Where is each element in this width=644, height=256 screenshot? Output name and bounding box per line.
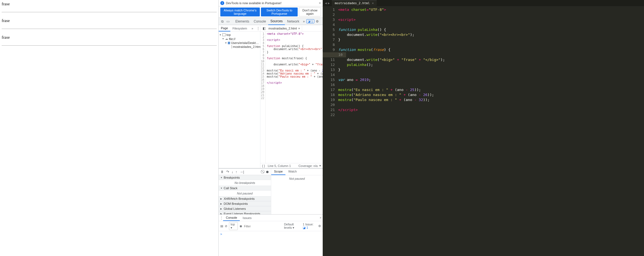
devtools-banner: i DevTools is now available in Portugues… <box>219 0 323 6</box>
editor-gutter: 1 2 3 4 5 6 7 8 9 10 11 12 13 14 15 16 1… <box>260 32 266 163</box>
section-dom[interactable]: ▶DOM Breakpoints <box>219 201 271 206</box>
pause-icon[interactable]: ⏸ <box>220 170 224 174</box>
section-xhr[interactable]: ▶XHR/fetch Breakpoints <box>219 196 271 201</box>
devtools-banner-buttons: Always match Chrome's language Switch De… <box>219 6 323 18</box>
navigator-tab-filesystem[interactable]: Filesystem <box>230 26 250 31</box>
device-toggle-icon[interactable]: ▭ <box>225 19 231 24</box>
tree-origin[interactable]: ▼file:// <box>219 37 260 41</box>
pause-on-exceptions-icon[interactable]: ⏺ <box>266 170 269 174</box>
info-icon: i <box>220 1 224 5</box>
editor-file-tab[interactable]: mostraidades_2.html× <box>267 26 302 31</box>
devtools-panel: i DevTools is now available in Portugues… <box>218 0 323 256</box>
console-eye-icon[interactable]: ◉ <box>240 224 242 228</box>
banner-message: DevTools is now available in Portuguese! <box>226 1 317 5</box>
tab-console[interactable]: Console <box>251 18 268 25</box>
pretty-print-icon[interactable]: { } <box>262 164 265 168</box>
issues-badge[interactable]: ◪ 1 <box>306 19 314 23</box>
step-into-icon[interactable]: ↓ <box>231 170 233 174</box>
close-icon[interactable]: × <box>372 1 374 5</box>
step-icon[interactable]: →| <box>240 170 244 174</box>
banner-close-icon[interactable]: × <box>319 1 321 5</box>
tree-top[interactable]: ▼top <box>219 33 260 37</box>
sources-body: Page Filesystem » ⋮ ▼top ▼file:// ▼Users… <box>219 25 323 256</box>
navigator-more-icon[interactable]: » <box>249 26 255 31</box>
console-sidebar-toggle-icon[interactable]: ▤ <box>220 224 223 228</box>
no-breakpoints-label: No breakpoints <box>219 180 271 186</box>
code-editor-tab[interactable]: mostraidades_2.html × <box>332 0 376 6</box>
nav-fwd-icon[interactable]: ▶ <box>328 1 330 5</box>
section-callstack[interactable]: ▼Call Stack <box>219 186 271 191</box>
console-filter-input[interactable] <box>244 225 282 228</box>
coverage-toggle-icon[interactable]: ▾ <box>319 164 321 168</box>
more-tabs-icon[interactable]: » <box>302 19 306 24</box>
devtools-tabbar: ⧉ ▭ Elements Console Sources Network » ◪… <box>219 18 323 25</box>
drawer-tab-issues[interactable]: Issues <box>240 215 254 221</box>
section-ev[interactable]: ▶Event Listener Breakpoints <box>219 211 271 214</box>
scope-not-paused: Not paused <box>271 175 323 214</box>
tree-folder[interactable]: ▼Users/erisla/Desktop/ORACLE <box>219 41 260 45</box>
close-tab-icon[interactable]: × <box>298 27 300 30</box>
cursor-position: Line 5, Column 1 <box>268 164 291 168</box>
editor-statusbar: { } Line 5, Column 1 Coverage: n/a ▾ <box>260 163 323 168</box>
inspect-icon[interactable]: ⧉ <box>220 19 225 24</box>
code-editor-window: ◀ ▶ mostraidades_2.html × 1 2 3 4 5 6 7 … <box>323 0 644 256</box>
console-drawer: ⋮ Console Issues × ▤ ⊘ top ▾ ◉ Default l… <box>219 214 323 256</box>
dont-show-again-button[interactable]: Don't show again <box>299 8 321 16</box>
console-prompt[interactable]: > <box>219 231 323 256</box>
editor-code[interactable]: <meta charset="UTF-8"> <script> function… <box>266 32 323 163</box>
coverage-label: Coverage: n/a <box>298 164 318 168</box>
console-levels-selector[interactable]: Default levels ▾ <box>284 223 301 230</box>
browser-output: frase frase frase <box>0 0 218 256</box>
tab-network[interactable]: Network <box>285 18 302 25</box>
step-over-icon[interactable]: ↷ <box>226 170 229 174</box>
editor-pane: ◧ mostraidades_2.html× 1 2 3 4 5 6 7 8 9… <box>260 25 323 168</box>
output-line-1: frase <box>2 2 217 6</box>
navigator-pane: Page Filesystem » ⋮ ▼top ▼file:// ▼Users… <box>219 25 260 168</box>
tab-sources[interactable]: Sources <box>268 18 285 25</box>
tree-file[interactable]: mostraidades_2.html <box>219 45 260 49</box>
navigator-tab-page[interactable]: Page <box>219 25 230 31</box>
debugger-panel: ⏸ ↷ ↓ ↑ →| ⃠ ⏺ ▼Breakpoints No breakpoin… <box>219 168 323 214</box>
section-globals[interactable]: ▶Global Listeners <box>219 206 271 211</box>
nav-back-icon[interactable]: ◀ <box>325 1 327 5</box>
code-editor-topbar: ◀ ▶ mostraidades_2.html × <box>323 0 644 6</box>
tab-elements[interactable]: Elements <box>233 18 251 25</box>
drawer-tab-console[interactable]: Console <box>223 215 240 221</box>
console-clear-icon[interactable]: ⊘ <box>225 224 227 228</box>
section-breakpoints[interactable]: ▼Breakpoints <box>219 175 271 180</box>
settings-icon[interactable]: ⚙ <box>314 19 320 24</box>
callstack-not-paused: Not paused <box>219 191 271 196</box>
tab-watch[interactable]: Watch <box>285 169 300 175</box>
drawer-kebab-icon[interactable]: ⋮ <box>220 216 223 220</box>
console-issue-label[interactable]: 1 Issue: ◪ 1 <box>303 223 317 230</box>
console-gear-icon[interactable]: ⚙ <box>318 224 321 228</box>
step-out-icon[interactable]: ↑ <box>236 170 238 174</box>
drawer-close-icon[interactable]: × <box>320 216 322 220</box>
code-editor-gutter: 1 2 3 4 5 6 7 8 9 10 11 12 13 14 15 16 1… <box>323 7 338 256</box>
always-match-button[interactable]: Always match Chrome's language <box>220 8 260 16</box>
tab-scope[interactable]: Scope <box>271 169 285 175</box>
switch-language-button[interactable]: Switch DevTools to Portuguese <box>261 8 298 16</box>
code-editor-code[interactable]: <meta charset="UTF-8"> <script> function… <box>338 7 644 256</box>
output-line-2: frase <box>2 18 217 23</box>
console-context-selector[interactable]: top ▾ <box>229 222 238 230</box>
output-line-3: frase <box>2 35 217 40</box>
editor-runtime-icon[interactable]: ◧ <box>261 26 267 30</box>
